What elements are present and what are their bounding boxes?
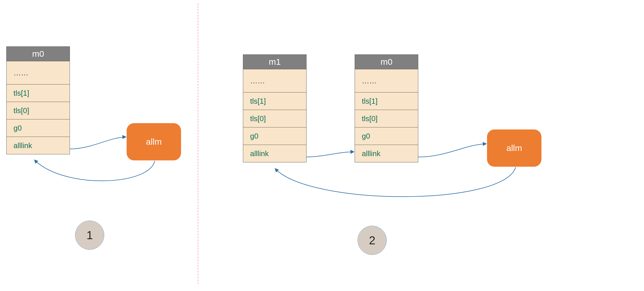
allm-node-panel1: allm: [127, 123, 181, 160]
diagram-canvas: m0 …… tls[1] tls[0] g0 alllink allm 1 m1…: [0, 0, 644, 291]
struct-m0-panel2: m0 …… tls[1] tls[0] g0 alllink: [355, 54, 418, 162]
struct-field: ……: [7, 61, 70, 84]
struct-header: m0: [355, 55, 418, 69]
struct-field: ……: [243, 69, 306, 93]
struct-field: g0: [355, 127, 418, 145]
struct-field: alllink: [355, 145, 418, 162]
step-badge-2: 2: [358, 226, 387, 255]
struct-m0-panel1: m0 …… tls[1] tls[0] g0 alllink: [6, 46, 70, 154]
step-badge-1: 1: [75, 221, 104, 250]
vertical-divider: [198, 3, 198, 284]
struct-field: tls[1]: [355, 93, 418, 110]
struct-field: g0: [7, 119, 70, 137]
struct-m1-panel2: m1 …… tls[1] tls[0] g0 alllink: [243, 54, 307, 162]
allm-node-panel2: allm: [487, 129, 541, 167]
struct-field: tls[0]: [243, 110, 306, 127]
struct-field: alllink: [7, 137, 70, 154]
arrow-allm-to-m0-p1: [34, 160, 155, 181]
struct-field: alllink: [243, 145, 306, 162]
struct-field: tls[1]: [243, 93, 306, 110]
arrow-allm-to-m1-p2: [275, 167, 516, 197]
struct-field: tls[0]: [7, 102, 70, 119]
arrow-m0-to-allm-p2: [418, 144, 486, 157]
struct-header: m1: [243, 55, 306, 69]
struct-header: m0: [7, 47, 70, 61]
struct-field: ……: [355, 69, 418, 93]
struct-field: tls[1]: [7, 84, 70, 102]
struct-field: g0: [243, 127, 306, 145]
arrow-m1-to-m0-p2: [307, 152, 354, 157]
struct-field: tls[0]: [355, 110, 418, 127]
arrow-m0-to-allm-p1: [70, 137, 126, 149]
